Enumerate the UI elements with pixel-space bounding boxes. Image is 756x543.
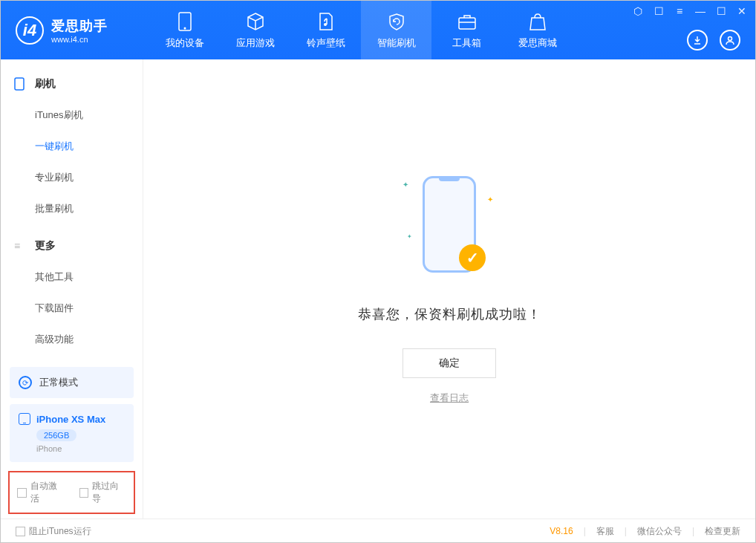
device-mode-card[interactable]: ⟳ 正常模式	[10, 367, 134, 398]
list-icon: ≡	[14, 240, 27, 252]
svg-rect-5	[15, 78, 24, 90]
cube-icon	[246, 11, 265, 32]
device-card[interactable]: iPhone XS Max 256GB iPhone	[10, 404, 134, 462]
tab-store[interactable]: 爱思商城	[502, 1, 573, 59]
nav-tabs: 我的设备 应用游戏 铃声壁纸 智能刷机 工具箱 爱思商城	[149, 1, 573, 59]
window-controls: ⬡ ☐ ≡ — ☐ ✕	[632, 5, 748, 17]
sidebar-section-more[interactable]: ≡ 更多	[1, 230, 143, 261]
header-actions	[687, 30, 740, 51]
bag-icon	[529, 11, 547, 32]
version-label: V8.16	[550, 526, 573, 536]
shirt-icon[interactable]: ⬡	[632, 5, 644, 17]
checkbox-auto-activate[interactable]: 自动激活	[17, 480, 65, 505]
svg-point-4	[729, 37, 732, 41]
app-url: www.i4.cn	[51, 35, 108, 44]
minimize-button[interactable]: —	[694, 5, 706, 17]
logo: i4 爱思助手 www.i4.cn	[1, 16, 149, 45]
music-file-icon	[318, 11, 334, 32]
app-header: i4 爱思助手 www.i4.cn 我的设备 应用游戏 铃声壁纸 智能刷机 工具…	[1, 1, 755, 59]
sidebar-item-other-tools[interactable]: 其他工具	[1, 261, 143, 293]
view-log-link[interactable]: 查看日志	[430, 391, 469, 405]
download-button[interactable]	[687, 30, 708, 51]
success-message: 恭喜您，保资料刷机成功啦！	[358, 305, 541, 323]
sidebar-item-advanced[interactable]: 高级功能	[1, 324, 143, 355]
svg-rect-3	[459, 18, 475, 29]
user-button[interactable]	[720, 30, 740, 51]
feedback-icon[interactable]: ☐	[653, 5, 665, 17]
tab-my-device[interactable]: 我的设备	[149, 1, 220, 59]
tab-ringtones[interactable]: 铃声壁纸	[290, 1, 361, 59]
tab-toolbox[interactable]: 工具箱	[431, 1, 502, 59]
success-illustration: ✓ ✦ ✦ ✦	[408, 173, 490, 284]
app-name: 爱思助手	[51, 17, 108, 35]
close-button[interactable]: ✕	[736, 5, 748, 17]
sidebar-section-flash[interactable]: 刷机	[1, 68, 143, 100]
main-content: ✓ ✦ ✦ ✦ 恭喜您，保资料刷机成功啦！ 确定 查看日志	[143, 59, 755, 518]
tab-flash[interactable]: 智能刷机	[361, 1, 431, 59]
footer-link-update[interactable]: 检查更新	[705, 525, 740, 538]
ok-button[interactable]: 确定	[403, 348, 496, 378]
refresh-shield-icon	[387, 11, 406, 32]
device-phone-icon	[19, 413, 30, 425]
device-name: iPhone XS Max	[36, 414, 105, 425]
sidebar: 刷机 iTunes刷机 一键刷机 专业刷机 批量刷机 ≡ 更多 其他工具 下载固…	[1, 59, 143, 518]
mode-icon: ⟳	[19, 376, 32, 389]
svg-point-2	[324, 23, 327, 26]
sidebar-item-download-firmware[interactable]: 下载固件	[1, 293, 143, 324]
logo-icon: i4	[16, 16, 44, 45]
device-capacity: 256GB	[36, 429, 76, 441]
device-icon	[178, 11, 192, 32]
footer-link-service[interactable]: 客服	[596, 525, 614, 538]
svg-point-1	[183, 27, 186, 29]
sidebar-item-oneclick-flash[interactable]: 一键刷机	[1, 131, 143, 162]
briefcase-icon	[457, 11, 477, 32]
device-type: iPhone	[36, 444, 125, 453]
check-icon: ✓	[459, 244, 486, 271]
footer: 阻止iTunes运行 V8.16 | 客服 | 微信公众号 | 检查更新	[1, 518, 755, 543]
sidebar-item-batch-flash[interactable]: 批量刷机	[1, 193, 143, 224]
checkbox-block-itunes[interactable]: 阻止iTunes运行	[16, 525, 91, 538]
maximize-button[interactable]: ☐	[715, 5, 727, 17]
tab-apps[interactable]: 应用游戏	[220, 1, 290, 59]
phone-icon	[14, 77, 27, 91]
checkbox-skip-guide[interactable]: 跳过向导	[79, 480, 127, 505]
highlighted-checkbox-row: 自动激活 跳过向导	[8, 471, 135, 514]
sidebar-item-pro-flash[interactable]: 专业刷机	[1, 162, 143, 193]
sidebar-item-itunes-flash[interactable]: iTunes刷机	[1, 100, 143, 131]
menu-icon[interactable]: ≡	[674, 5, 685, 17]
footer-link-wechat[interactable]: 微信公众号	[637, 525, 682, 538]
